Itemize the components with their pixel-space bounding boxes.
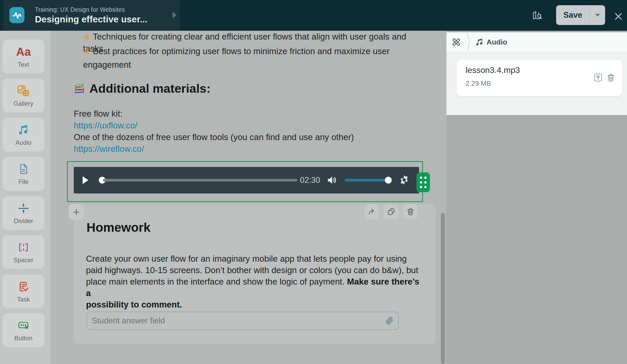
delete-block-button[interactable]	[403, 204, 418, 219]
sidebar-item-audio[interactable]: Audio	[3, 118, 44, 152]
chevron-down-icon	[595, 14, 600, 17]
text-icon: Aa	[16, 45, 31, 59]
materials-note: One of the dozens of free user flow tool…	[74, 131, 354, 143]
sidebar-item-text[interactable]: Aa Text	[3, 40, 44, 73]
sidebar-item-button[interactable]: Button	[3, 313, 44, 347]
vertical-scrollbar[interactable]	[441, 213, 445, 364]
close-button[interactable]	[613, 11, 623, 21]
file-icon	[17, 162, 29, 176]
divider-icon	[17, 201, 30, 215]
expand-arrow-icon[interactable]	[173, 12, 177, 18]
sidebar-item-spacer[interactable]: Spacer	[3, 235, 44, 269]
link-uxflow[interactable]: https://uxflow.co/	[74, 120, 137, 131]
file-name: lesson3.4.mp3	[466, 65, 520, 75]
music-note-icon	[17, 123, 30, 137]
page-title: Designing effective user...	[35, 14, 147, 24]
materials-heading-row: Additional materials:	[74, 81, 211, 96]
paperclip-icon	[386, 317, 394, 325]
lesson-title-block[interactable]: Training: UX Design for Websites Designi…	[3, 0, 180, 31]
settings-gear-icon[interactable]	[398, 174, 410, 186]
homework-title: Homework	[87, 220, 150, 235]
save-split-button: Save	[556, 5, 605, 25]
trash-icon	[606, 73, 616, 82]
save-button[interactable]: Save	[556, 5, 590, 25]
answer-placeholder: Student answer field	[92, 316, 386, 325]
play-button[interactable]	[83, 176, 88, 184]
copy-icon	[387, 208, 395, 216]
save-dropdown-button[interactable]	[590, 14, 605, 17]
audio-settings-panel: Audio lesson3.4.mp3 2.29 MB	[446, 32, 627, 115]
duplicate-block-button[interactable]	[384, 204, 398, 219]
upload-icon	[593, 73, 603, 83]
duration-label: 02:30	[300, 175, 320, 185]
homework-description: Create your own user flow for an imagina…	[86, 253, 422, 310]
move-block-button[interactable]	[364, 204, 379, 219]
materials-intro: Free flow kit:	[74, 108, 122, 120]
panel-header: Audio	[446, 32, 627, 52]
add-block-button[interactable]: +	[69, 204, 84, 220]
bullet-line-wrap: engagement	[83, 59, 131, 71]
books-emoji-icon	[74, 82, 86, 95]
sidebar-item-divider[interactable]: Divider	[3, 196, 44, 230]
sun-emoji-icon	[83, 48, 90, 55]
materials-heading: Additional materials:	[89, 81, 211, 96]
sun-emoji-icon	[83, 34, 90, 41]
course-editor-screen: Training: UX Design for Websites Designi…	[0, 0, 627, 364]
spacer-icon	[17, 240, 30, 254]
button-icon	[17, 318, 30, 332]
file-size: 2.29 MB	[466, 79, 491, 87]
block-drag-handle[interactable]	[416, 172, 430, 192]
student-answer-field[interactable]: Student answer field	[87, 312, 399, 330]
blocks-sidebar: Aa Text Gallery Audio	[0, 31, 50, 364]
seek-track[interactable]	[103, 179, 297, 181]
top-header: Training: UX Design for Websites Designi…	[0, 0, 627, 31]
replace-file-button[interactable]	[593, 73, 603, 83]
panel-body: lesson3.4.mp3 2.29 MB	[446, 52, 627, 115]
link-wireflow[interactable]: https://wireflow.co/	[74, 143, 144, 155]
design-tools-icon[interactable]	[452, 37, 461, 47]
audio-file-card[interactable]: lesson3.4.mp3 2.29 MB	[457, 60, 622, 96]
gallery-icon	[17, 84, 30, 98]
bullet-line: Best practices for optimizing user flows…	[83, 45, 417, 57]
arrow-up-right-icon	[367, 208, 376, 216]
music-note-icon	[475, 38, 484, 47]
volume-track[interactable]	[345, 179, 390, 181]
sidebar-item-gallery[interactable]: Gallery	[3, 79, 44, 112]
preview-search-icon[interactable]	[532, 10, 543, 21]
breadcrumb: Training: UX Design for Websites	[35, 6, 125, 13]
sidebar-item-task[interactable]: Task	[3, 274, 44, 308]
task-icon	[17, 280, 29, 294]
breadcrumb-chevron-icon	[466, 33, 471, 51]
volume-icon[interactable]	[326, 175, 337, 186]
audio-player: 02:30	[74, 167, 419, 193]
app-logo-icon	[9, 7, 24, 23]
volume-handle[interactable]	[385, 177, 392, 184]
trash-icon	[406, 208, 415, 216]
panel-title: Audio	[487, 38, 507, 46]
sidebar-item-file[interactable]: File	[3, 157, 44, 191]
delete-file-button[interactable]	[606, 73, 616, 82]
